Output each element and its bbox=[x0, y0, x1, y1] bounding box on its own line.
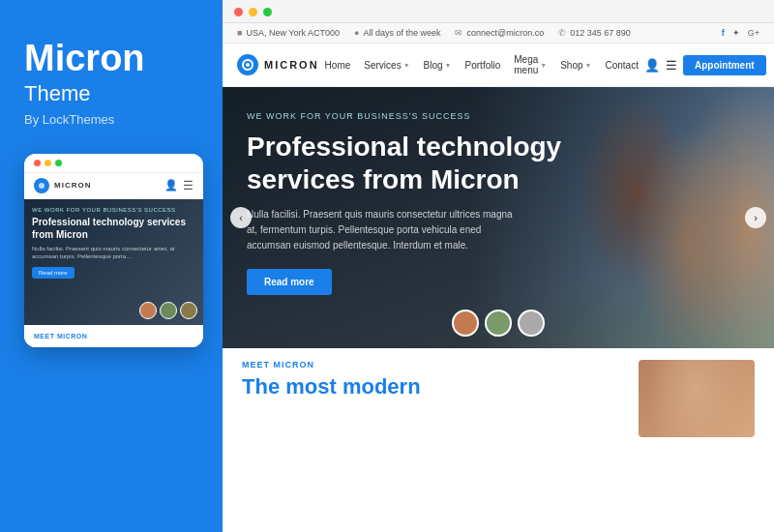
mobile-meet-label: MEET MICRON bbox=[34, 333, 194, 340]
site-nav-right: 👤 ☰ Appointment bbox=[644, 55, 766, 75]
nav-link-contact[interactable]: Contact bbox=[599, 57, 643, 74]
site-hero-caption: WE WORK FOR YOUR BUSINESS'S SUCCESS bbox=[247, 111, 750, 121]
mobile-browser-chrome bbox=[24, 154, 203, 173]
brand-title: Micron bbox=[24, 39, 145, 79]
svg-point-0 bbox=[39, 183, 45, 189]
mobile-logo-text: MICRON bbox=[54, 181, 91, 190]
mobile-hero-caption: WE WORK FOR YOUR BUSINESS'S SUCCESS bbox=[32, 207, 195, 213]
website-container: ■ USA, New York ACT000 ● All days of the… bbox=[223, 23, 774, 532]
topbar-email-item: ✉ connect@micron.co bbox=[455, 28, 544, 38]
nav-link-blog[interactable]: Blog ▼ bbox=[418, 57, 458, 74]
topbar-phone-item: ✆ 012 345 67 890 bbox=[558, 28, 631, 38]
site-below-hero-image-bg bbox=[639, 360, 755, 437]
site-topbar-left: ■ USA, New York ACT000 ● All days of the… bbox=[237, 28, 631, 38]
nav-link-portfolio[interactable]: Portfolio bbox=[460, 57, 507, 74]
topbar-phone: 012 345 67 890 bbox=[570, 28, 631, 38]
nav-link-shop[interactable]: Shop ▼ bbox=[554, 57, 597, 74]
phone-icon: ✆ bbox=[558, 28, 566, 38]
appointment-button[interactable]: Appointment bbox=[683, 55, 766, 75]
mobile-hero-title: Professional technology services from Mi… bbox=[32, 216, 195, 241]
mobile-dot-yellow bbox=[45, 160, 51, 166]
mobile-hero: WE WORK FOR YOUR BUSINESS'S SUCCESS Prof… bbox=[24, 199, 203, 325]
site-logo-text: MICRON bbox=[264, 59, 319, 71]
site-below-hero-image bbox=[639, 360, 755, 437]
meet-title-start: The bbox=[242, 374, 285, 399]
social-facebook-icon[interactable]: f bbox=[722, 28, 725, 38]
browser-dot-green[interactable] bbox=[263, 8, 272, 16]
brand-by: By LockThemes bbox=[24, 112, 114, 127]
mobile-read-more-button[interactable]: Read more bbox=[32, 267, 74, 279]
browser-dot-red[interactable] bbox=[234, 8, 243, 16]
mobile-logo-icon bbox=[34, 178, 49, 193]
mobile-logo: MICRON bbox=[34, 178, 91, 193]
mobile-dot-red bbox=[34, 160, 41, 166]
hero-read-more-button[interactable]: Read more bbox=[247, 269, 332, 295]
site-hero: ‹ › WE WORK FOR YOUR BUSINESS'S SUCCESS … bbox=[223, 87, 774, 348]
site-logo-icon bbox=[237, 54, 258, 75]
site-navbar: MICRON Home Services ▼ Blog ▼ Portfolio … bbox=[223, 44, 774, 87]
left-panel: Micron Theme By LockThemes MICRON 👤 ☰ bbox=[0, 0, 223, 532]
nav-link-home[interactable]: Home bbox=[319, 57, 357, 74]
social-google-icon[interactable]: G+ bbox=[748, 28, 759, 38]
hero-arrow-left[interactable]: ‹ bbox=[230, 207, 252, 228]
site-topbar: ■ USA, New York ACT000 ● All days of the… bbox=[223, 23, 774, 44]
topbar-hours-item: ● All days of the week bbox=[354, 28, 440, 38]
svg-point-2 bbox=[246, 63, 250, 67]
nav-link-megamenu[interactable]: Mega menu ▼ bbox=[508, 51, 552, 78]
meet-title-blue: most modern bbox=[285, 374, 420, 399]
browser-dot-yellow[interactable] bbox=[249, 8, 257, 16]
location-icon: ■ bbox=[237, 28, 242, 38]
mobile-hero-text: Nulla facilisi. Praesent quis mauris con… bbox=[32, 245, 195, 261]
mobile-navbar: MICRON 👤 ☰ bbox=[24, 173, 203, 199]
site-hero-description: Nulla facilisi. Praesent quis mauris con… bbox=[247, 207, 518, 253]
topbar-address-item: ■ USA, New York ACT000 bbox=[237, 28, 340, 38]
mobile-mockup: MICRON 👤 ☰ WE WORK FOR YOUR BUSINESS'S S… bbox=[24, 154, 203, 347]
hero-arrow-right[interactable]: › bbox=[745, 207, 766, 228]
mobile-nav-icons: 👤 ☰ bbox=[164, 179, 194, 192]
site-logo: MICRON bbox=[237, 54, 319, 75]
social-twitter-icon[interactable]: ✦ bbox=[732, 28, 740, 38]
clock-icon: ● bbox=[354, 28, 359, 38]
mobile-thumb-1 bbox=[139, 302, 157, 319]
site-hero-content: WE WORK FOR YOUR BUSINESS'S SUCCESS Prof… bbox=[223, 87, 774, 319]
right-panel: ■ USA, New York ACT000 ● All days of the… bbox=[223, 0, 774, 532]
site-below-hero: MEET MICRON The most modern bbox=[223, 348, 774, 532]
topbar-email: connect@micron.co bbox=[466, 28, 544, 38]
site-topbar-right: f ✦ G+ bbox=[722, 28, 759, 38]
topbar-hours: All days of the week bbox=[363, 28, 440, 38]
meet-micron-label: MEET MICRON bbox=[242, 360, 619, 369]
mobile-thumb-3 bbox=[180, 302, 197, 319]
topbar-address: USA, New York ACT000 bbox=[246, 28, 340, 38]
site-hero-title: Professional technology services from Mi… bbox=[247, 131, 614, 195]
nav-user-icon[interactable]: 👤 bbox=[644, 58, 660, 73]
browser-chrome bbox=[223, 0, 774, 23]
nav-menu-icon[interactable]: ☰ bbox=[666, 58, 677, 73]
nav-link-services[interactable]: Services ▼ bbox=[358, 57, 415, 74]
mobile-hero-thumbnails bbox=[139, 302, 197, 319]
meet-micron-title: The most modern bbox=[242, 373, 619, 401]
mobile-menu-icon[interactable]: ☰ bbox=[183, 179, 194, 192]
mobile-dot-green bbox=[55, 160, 62, 166]
site-below-hero-left: MEET MICRON The most modern bbox=[242, 360, 619, 401]
mobile-dots bbox=[34, 160, 62, 166]
email-icon: ✉ bbox=[455, 28, 462, 38]
mobile-below-hero: MEET MICRON bbox=[24, 325, 203, 347]
mobile-user-icon[interactable]: 👤 bbox=[164, 179, 178, 192]
brand-subtitle: Theme bbox=[24, 81, 90, 106]
site-nav-links: Home Services ▼ Blog ▼ Portfolio Mega me… bbox=[319, 51, 644, 78]
mobile-thumb-2 bbox=[160, 302, 177, 319]
